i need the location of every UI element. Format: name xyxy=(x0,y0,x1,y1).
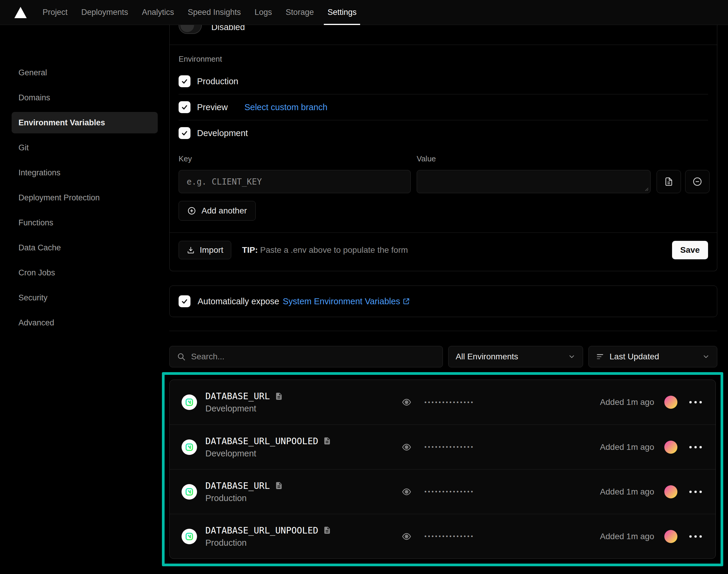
development-checkbox[interactable] xyxy=(179,127,190,139)
value-cell: •••••••••••••• xyxy=(402,442,568,452)
sidebar-item-general[interactable]: General xyxy=(12,62,158,83)
sort-lines-icon xyxy=(596,353,604,361)
masked-value: •••••••••••••• xyxy=(424,399,474,406)
neon-integration-icon xyxy=(181,484,197,500)
key-input[interactable] xyxy=(186,177,403,187)
row-menu-button[interactable] xyxy=(688,444,703,450)
avatar xyxy=(664,485,677,498)
resize-grip[interactable] xyxy=(644,187,648,191)
sidebar-item-integrations[interactable]: Integrations xyxy=(12,162,158,183)
select-custom-branch-link[interactable]: Select custom branch xyxy=(244,102,328,112)
variable-name: DATABASE_URL xyxy=(205,391,270,401)
nav-logs[interactable]: Logs xyxy=(248,0,279,25)
checkbox-row-preview: Preview Select custom branch xyxy=(179,94,708,120)
nav-deployments[interactable]: Deployments xyxy=(74,0,135,25)
toggle-label: Disabled xyxy=(211,25,245,32)
reveal-eye-icon[interactable] xyxy=(402,398,411,407)
sidebar-item-environment-variables[interactable]: Environment Variables xyxy=(12,112,158,133)
masked-value: •••••••••••••• xyxy=(424,488,474,495)
note-icon[interactable] xyxy=(323,526,331,534)
environment-variables-panel: Disabled Environment Production Preview xyxy=(169,25,717,574)
sensitive-toggle[interactable] xyxy=(179,25,202,34)
vercel-logo-icon[interactable] xyxy=(14,7,27,18)
sort-dropdown[interactable]: Last Updated xyxy=(588,346,717,367)
env-var-row[interactable]: DATABASE_URL_UNPOOLED Development ••••••… xyxy=(170,424,716,469)
nav-project[interactable]: Project xyxy=(36,0,74,25)
note-icon[interactable] xyxy=(323,437,331,445)
sidebar-item-deployment-protection[interactable]: Deployment Protection xyxy=(12,187,158,208)
env-var-row[interactable]: DATABASE_URL_UNPOOLED Production •••••••… xyxy=(170,514,716,559)
reveal-eye-icon[interactable] xyxy=(402,487,411,497)
sidebar-item-data-cache[interactable]: Data Cache xyxy=(12,237,158,258)
variable-cell: DATABASE_URL_UNPOOLED Development xyxy=(181,436,402,458)
note-icon[interactable] xyxy=(275,392,283,401)
nav-speed-insights[interactable]: Speed Insights xyxy=(181,0,248,25)
add-another-label: Add another xyxy=(202,206,247,215)
section-divider xyxy=(169,331,717,331)
row-menu-button[interactable] xyxy=(688,534,703,539)
key-value-form: Key Value xyxy=(170,146,717,193)
value-cell: •••••••••••••• xyxy=(402,487,568,497)
expose-label: Automatically expose xyxy=(198,296,279,306)
variable-cell: DATABASE_URL Development xyxy=(181,391,402,414)
tip-text: TIP: Paste a .env above to populate the … xyxy=(242,245,408,255)
toggle-knob xyxy=(180,25,194,32)
variable-environment: Production xyxy=(205,538,331,548)
added-timestamp: Added 1m ago xyxy=(600,398,654,407)
sidebar-item-git[interactable]: Git xyxy=(12,137,158,158)
reveal-eye-icon[interactable] xyxy=(402,442,411,452)
value-cell: •••••••••••••• xyxy=(402,532,568,541)
row-menu-button[interactable] xyxy=(688,399,703,405)
sidebar-item-functions[interactable]: Functions xyxy=(12,212,158,234)
search-box xyxy=(169,346,443,367)
highlight-annotation-box: DATABASE_URL Development •••••••••••••• … xyxy=(162,372,723,566)
variable-name: DATABASE_URL_UNPOOLED xyxy=(205,436,318,446)
remove-row-button[interactable] xyxy=(685,170,710,193)
env-var-row[interactable]: DATABASE_URL Development •••••••••••••• … xyxy=(170,380,716,424)
sidebar-item-domains[interactable]: Domains xyxy=(12,87,158,108)
note-icon[interactable] xyxy=(275,481,283,490)
environment-filter-dropdown[interactable]: All Environments xyxy=(448,346,583,367)
create-env-var-card: Disabled Environment Production Preview xyxy=(169,25,717,271)
nav-analytics[interactable]: Analytics xyxy=(135,0,181,25)
import-button[interactable]: Import xyxy=(179,241,231,259)
tip-bold: TIP: xyxy=(242,245,258,254)
value-cell: •••••••••••••• xyxy=(402,398,568,407)
settings-sidebar: General Domains Environment Variables Gi… xyxy=(0,25,169,574)
kv-action-buttons xyxy=(656,170,710,193)
variable-environment: Development xyxy=(205,449,331,458)
nav-settings[interactable]: Settings xyxy=(320,0,363,25)
meta-cell: Added 1m ago xyxy=(568,441,703,454)
value-field-wrap xyxy=(417,170,651,193)
sidebar-item-advanced[interactable]: Advanced xyxy=(12,312,158,333)
added-timestamp: Added 1m ago xyxy=(600,442,654,452)
masked-value: •••••••••••••• xyxy=(424,533,474,540)
sidebar-item-cron-jobs[interactable]: Cron Jobs xyxy=(12,262,158,283)
variable-name: DATABASE_URL_UNPOOLED xyxy=(205,525,318,536)
avatar xyxy=(664,530,677,543)
filter-row: All Environments Last Updated xyxy=(169,346,717,367)
env-var-row[interactable]: DATABASE_URL Production •••••••••••••• A… xyxy=(170,469,716,514)
preview-checkbox[interactable] xyxy=(179,101,190,113)
paste-file-button[interactable] xyxy=(656,170,681,193)
search-icon xyxy=(177,352,186,361)
variable-environment: Production xyxy=(205,493,283,503)
checkbox-row-production: Production xyxy=(179,69,708,94)
meta-cell: Added 1m ago xyxy=(568,530,703,543)
production-checkbox[interactable] xyxy=(179,75,190,87)
system-env-vars-link[interactable]: System Environment Variables xyxy=(283,296,410,306)
reveal-eye-icon[interactable] xyxy=(402,532,411,541)
key-label: Key xyxy=(179,154,411,163)
expose-checkbox[interactable] xyxy=(179,295,190,307)
nav-storage[interactable]: Storage xyxy=(279,0,321,25)
save-button[interactable]: Save xyxy=(672,241,708,259)
expose-system-env-card: Automatically expose System Environment … xyxy=(169,286,717,317)
avatar xyxy=(664,396,677,409)
neon-integration-icon xyxy=(181,440,197,455)
add-another-button[interactable]: Add another xyxy=(179,201,256,220)
environment-label: Environment xyxy=(179,54,708,64)
value-input[interactable] xyxy=(425,177,643,187)
search-input[interactable] xyxy=(191,352,435,361)
row-menu-button[interactable] xyxy=(688,489,703,495)
sidebar-item-security[interactable]: Security xyxy=(12,287,158,309)
